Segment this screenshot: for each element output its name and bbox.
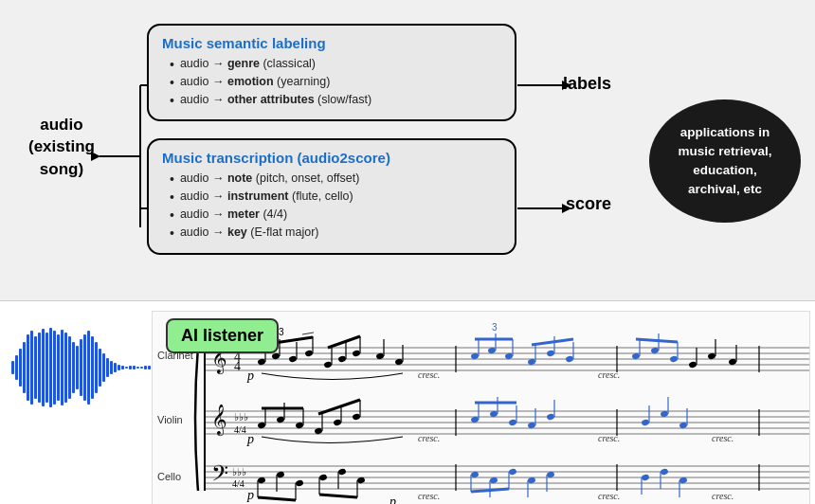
svg-text:cresc.: cresc. — [418, 491, 440, 501]
svg-text:p: p — [246, 488, 254, 502]
svg-rect-29 — [80, 339, 82, 396]
svg-text:p: p — [246, 369, 254, 383]
svg-text:3: 3 — [492, 322, 498, 333]
svg-text:cresc.: cresc. — [712, 433, 734, 443]
svg-rect-25 — [64, 333, 67, 403]
svg-rect-19 — [42, 329, 45, 406]
svg-text:Violin: Violin — [157, 414, 183, 425]
svg-rect-31 — [87, 331, 90, 405]
semantic-item-2: audio → emotion (yearning) — [170, 75, 501, 91]
svg-text:4/4: 4/4 — [232, 478, 244, 489]
svg-rect-13 — [19, 349, 22, 387]
transcription-box: Music transcription (audio2score) audio … — [147, 138, 516, 254]
svg-rect-24 — [61, 330, 63, 405]
svg-rect-32 — [91, 336, 94, 399]
svg-text:4: 4 — [234, 359, 241, 373]
audio-label: audio (existing song) — [28, 114, 95, 180]
svg-text:cresc.: cresc. — [598, 491, 620, 501]
svg-rect-46 — [144, 366, 147, 369]
svg-rect-16 — [30, 331, 33, 405]
svg-rect-11 — [11, 361, 14, 374]
svg-rect-12 — [15, 355, 18, 380]
svg-rect-21 — [49, 328, 52, 407]
svg-rect-36 — [106, 358, 109, 377]
transcription-item-1: audio → note (pitch, onset, offset) — [170, 171, 501, 188]
oval-text: applications in music retrieval, educati… — [668, 114, 781, 209]
svg-rect-20 — [45, 333, 48, 403]
svg-text:Cello: Cello — [157, 471, 181, 482]
svg-rect-35 — [102, 353, 105, 382]
svg-rect-45 — [140, 367, 143, 369]
diagram-area: audio (existing song) Music semantic lab… — [0, 9, 815, 303]
semantic-box-title: Music semantic labeling — [162, 35, 501, 51]
output-score: score — [566, 194, 611, 214]
svg-rect-38 — [114, 363, 117, 372]
svg-text:cresc.: cresc. — [418, 433, 440, 443]
svg-text:4/4: 4/4 — [234, 424, 246, 435]
transcription-box-title: Music transcription (audio2score) — [162, 150, 501, 166]
applications-oval: applications in music retrieval, educati… — [649, 99, 801, 223]
semantic-item-1: audio → genre (classical) — [170, 57, 501, 73]
semantic-labeling-box: Music semantic labeling audio → genre (c… — [147, 24, 516, 121]
svg-rect-34 — [99, 349, 101, 387]
svg-text:p: p — [389, 495, 396, 504]
svg-rect-18 — [38, 333, 41, 403]
semantic-item-3: audio → other attributes (slow/fast) — [170, 93, 501, 109]
svg-rect-26 — [68, 336, 71, 399]
svg-rect-41 — [125, 367, 128, 369]
svg-text:cresc.: cresc. — [418, 369, 440, 380]
svg-rect-42 — [129, 366, 132, 369]
sheet-area: AI listener Clarinet 𝄞 4 4 — [0, 300, 815, 504]
svg-text:𝄞: 𝄞 — [211, 404, 227, 437]
svg-rect-40 — [121, 366, 124, 369]
transcription-item-3: audio → meter (4/4) — [170, 207, 501, 224]
svg-rect-27 — [72, 342, 75, 393]
svg-rect-14 — [23, 342, 26, 393]
svg-rect-15 — [27, 334, 29, 401]
ai-listener-badge: AI listener — [166, 318, 279, 353]
svg-text:cresc.: cresc. — [712, 491, 734, 501]
boxes-container: Music semantic labeling audio → genre (c… — [147, 24, 516, 272]
svg-text:p: p — [246, 432, 254, 446]
svg-rect-43 — [133, 366, 136, 369]
svg-rect-33 — [95, 342, 98, 393]
svg-rect-28 — [76, 346, 79, 389]
svg-text:3: 3 — [279, 327, 284, 337]
transcription-item-4: audio → key (E-flat major) — [170, 225, 501, 242]
svg-rect-23 — [57, 334, 60, 401]
svg-rect-37 — [110, 361, 113, 374]
svg-rect-17 — [34, 336, 37, 399]
svg-rect-44 — [136, 367, 139, 369]
svg-rect-47 — [148, 366, 151, 369]
main-container: audio (existing song) Music semantic lab… — [0, 0, 815, 504]
svg-rect-30 — [83, 334, 86, 401]
svg-rect-39 — [118, 365, 120, 370]
output-labels: labels — [563, 74, 611, 94]
waveform-svg — [9, 325, 156, 410]
transcription-item-2: audio → instrument (flute, cello) — [170, 189, 501, 206]
svg-rect-22 — [53, 331, 56, 405]
